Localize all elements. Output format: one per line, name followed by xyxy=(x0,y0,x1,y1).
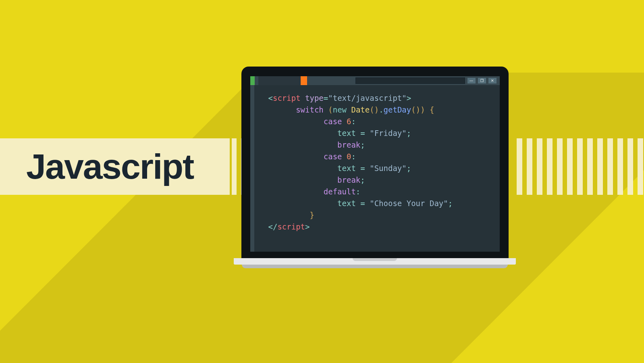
address-field xyxy=(355,77,465,84)
tag-name: script xyxy=(277,222,305,231)
stripe xyxy=(627,138,633,195)
stripe xyxy=(617,138,623,195)
string-literal: Sunday xyxy=(374,164,402,173)
attr-name: type xyxy=(305,94,324,102)
stripe xyxy=(547,138,553,195)
stripe xyxy=(607,138,613,195)
stripe xyxy=(517,138,522,195)
stripe xyxy=(597,138,603,195)
number-literal: 6 xyxy=(347,117,351,126)
number-literal: 0 xyxy=(347,152,351,161)
variable: text xyxy=(337,199,356,208)
maximize-button[interactable]: ❐ xyxy=(478,78,486,83)
laptop: — ❐ ✕ <script type="text/javascript"> sw… xyxy=(234,67,516,272)
keyword-new: new xyxy=(333,105,347,114)
stripe xyxy=(577,138,583,195)
method-getday: getDay xyxy=(384,105,411,114)
class-date: Date xyxy=(351,105,370,114)
keyword-case: case xyxy=(324,152,342,161)
page-title: Javascript xyxy=(26,146,193,187)
editor-topbar: — ❐ ✕ xyxy=(250,76,500,85)
editor-gutter xyxy=(250,85,254,252)
attr-value: text/javascript xyxy=(333,94,402,102)
stripe xyxy=(527,138,532,195)
variable: text xyxy=(337,129,356,138)
window-controls: — ❐ ✕ xyxy=(467,76,500,85)
stripe xyxy=(557,138,563,195)
variable: text xyxy=(337,164,356,173)
laptop-notch xyxy=(353,258,397,261)
tab-modified-indicator xyxy=(301,76,307,85)
tag-name: script xyxy=(273,94,301,102)
code-editor-screen: — ❐ ✕ <script type="text/javascript"> sw… xyxy=(250,76,500,252)
title-band: Javascript xyxy=(0,138,230,195)
string-literal: Choose Your Day xyxy=(374,199,444,208)
minimize-button[interactable]: — xyxy=(467,78,476,83)
screen-bezel: — ❐ ✕ <script type="text/javascript"> sw… xyxy=(241,67,509,258)
right-stripes xyxy=(517,138,643,195)
stripe xyxy=(587,138,593,195)
string-literal: Friday xyxy=(374,129,402,138)
close-button[interactable]: ✕ xyxy=(488,78,497,83)
tab-active-indicator xyxy=(250,76,255,85)
tab xyxy=(258,76,301,85)
keyword-switch: switch xyxy=(296,105,324,114)
keyword-break: break xyxy=(337,140,360,149)
keyword-default: default xyxy=(324,187,356,196)
angle-bracket: < xyxy=(268,94,273,102)
stripe xyxy=(567,138,573,195)
angle-bracket: </ xyxy=(268,222,278,231)
code-block: <script type="text/javascript"> switch (… xyxy=(268,92,453,233)
keyword-case: case xyxy=(324,117,342,126)
laptop-base xyxy=(234,258,516,265)
stripe xyxy=(537,138,542,195)
stripe xyxy=(638,138,643,195)
keyword-break: break xyxy=(337,175,360,184)
